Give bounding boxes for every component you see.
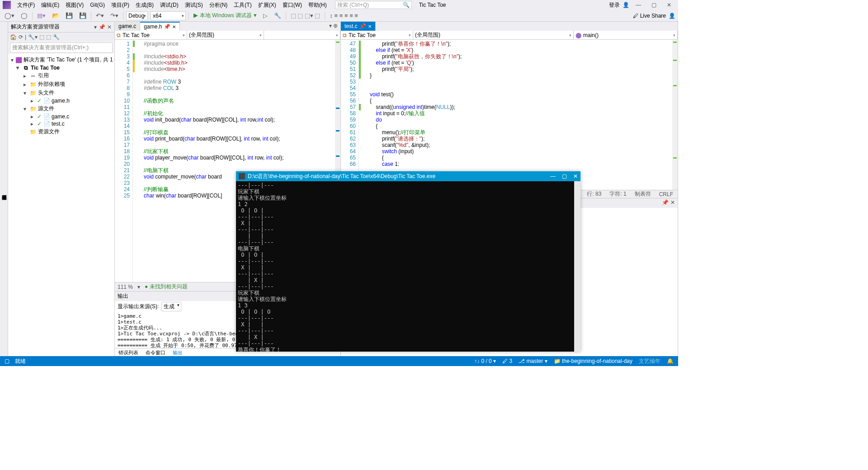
menu-git[interactable]: Git(G) [87, 1, 108, 9]
undo-icon[interactable]: ↶▾ [94, 12, 106, 19]
menu-debug[interactable]: 调试(D) [157, 0, 181, 10]
editor-testc[interactable]: 4748495051525354555657585960616263646566… [341, 40, 678, 190]
status-bell-icon[interactable]: 🔔 [667, 358, 674, 364]
status-output-icon[interactable]: ▢ [5, 358, 9, 364]
minimize-button[interactable]: — [632, 0, 645, 9]
nav-function-combo[interactable]: ⬤main() [574, 31, 678, 39]
nav-member-combo[interactable] [264, 31, 341, 39]
liveshare-button[interactable]: 🖊 Live Share [633, 13, 666, 19]
tabstrip-right: test.c📌✕ [341, 22, 678, 31]
file-gamec[interactable]: ▸✓📄game.c [9, 113, 113, 120]
solution-toolbar: 🏠⟳ | 🔧▾⬚⬚🔧 [8, 33, 114, 42]
menu-analyze[interactable]: 分析(N) [207, 0, 231, 10]
status-repo[interactable]: 📁 the-beginning-of-national-day [554, 358, 632, 364]
tool-icon[interactable]: 🔧▾ [28, 34, 38, 40]
toolbar: ◯▾ ◯ ▤▾ 📂 💾 💾 ↶▾ ↷▾ Debug x64 ▶ 本地 Windo… [0, 10, 678, 22]
solution-tree: ▾🟪解决方案 'Tic Tac Toe' (1 个项目, 共 1 个) ▾⧉Ti… [8, 54, 114, 358]
tab-overflow-icon[interactable]: ▾ ⊕ [326, 22, 340, 31]
side-tab-server-explorer[interactable]: 服务器资源管理器 [0, 22, 8, 358]
status-pencil[interactable]: 🖊 3 [502, 358, 512, 364]
config-combo[interactable]: Debug [126, 11, 148, 20]
save-icon[interactable]: 💾 [64, 12, 75, 19]
home-icon[interactable]: 🏠 [10, 34, 17, 40]
solution-explorer: 解决方案资源管理器 ▾📌✕ 🏠⟳ | 🔧▾⬚⬚🔧 搜索解决方案资源管理器(Ctr… [8, 22, 115, 358]
search-icon: 🔍 [403, 2, 410, 8]
feedback-icon[interactable]: 👤 [669, 13, 675, 19]
console-titlebar[interactable]: D:\c语言\the-beginning-of-national-day\Tic… [236, 171, 580, 181]
minimize-button[interactable]: — [550, 173, 556, 179]
zoom-combo[interactable]: 111 % [118, 284, 133, 290]
tb-icon-group2[interactable]: ↕ ≡ ≡ ≡ ≡ ≡ [328, 12, 360, 19]
pin-icon[interactable]: 📌 [164, 24, 170, 30]
close-button[interactable]: ✕ [573, 173, 578, 179]
solution-root[interactable]: ▾🟪解决方案 'Tic Tac Toe' (1 个项目, 共 1 个) [9, 56, 113, 64]
menu-test[interactable]: 测试(S) [182, 0, 206, 10]
status-tab: 制表符 [635, 190, 651, 198]
file-testc[interactable]: ▸✓📄test.c [9, 120, 113, 127]
file-gameh[interactable]: ▸✓📄game.h [9, 97, 113, 104]
tool4-icon[interactable]: 🔧 [53, 34, 60, 40]
solution-explorer-title: 解决方案资源管理器 [11, 23, 60, 31]
maximize-button[interactable]: ▢ [562, 173, 567, 179]
signin-button[interactable]: 登录 [609, 1, 620, 9]
window-menu-icon[interactable]: ▾ [94, 24, 97, 30]
platform-combo[interactable]: x64 [151, 11, 186, 20]
menu-ext[interactable]: 扩展(X) [255, 0, 279, 10]
tb-icon-group[interactable]: ⬚ ⬚ ⬚▾ ⬚ [289, 12, 322, 19]
tab-testc[interactable]: test.c📌✕ [341, 22, 376, 31]
tool2-icon[interactable]: ⬚ [39, 34, 44, 40]
output-source-combo[interactable]: 生成 [161, 302, 181, 311]
nav-project-combo[interactable]: ⧉Tic Tac Toe [115, 31, 187, 39]
menu-view[interactable]: 视图(V) [63, 0, 86, 10]
tabstrip-left: game.c game.h📌✕ ▾ ⊕ [115, 22, 340, 31]
close-icon[interactable]: ✕ [172, 24, 176, 29]
nav-scope-combo[interactable]: (全局范围) [187, 31, 264, 39]
status-errors[interactable]: ↑↓ 0 / 0 ▾ [474, 358, 496, 364]
menu-window[interactable]: 窗口(W) [280, 0, 305, 10]
pin-icon[interactable]: 📌 [662, 199, 669, 207]
open-icon[interactable]: 📂 [50, 12, 61, 19]
menu-tools[interactable]: 工具(T) [231, 0, 254, 10]
new-item-icon[interactable]: ▤▾ [35, 12, 47, 19]
menu-edit[interactable]: 编辑(E) [38, 0, 62, 10]
issues-status[interactable]: ● 未找到相关问题 [145, 283, 188, 291]
menu-help[interactable]: 帮助(H) [306, 0, 330, 10]
close-icon[interactable]: ✕ [368, 24, 372, 29]
headers-node[interactable]: ▾📁头文件 [9, 89, 113, 97]
menu-file[interactable]: 文件(F) [14, 0, 38, 10]
nav-project-combo[interactable]: ⧉Tic Tac Toe [341, 31, 413, 39]
close-icon[interactable]: ✕ [670, 199, 675, 207]
tab-gamec[interactable]: game.c [115, 22, 140, 31]
sources-node[interactable]: ▾📁源文件 [9, 104, 113, 113]
tab-gameh[interactable]: game.h📌✕ [140, 22, 180, 31]
project-node[interactable]: ▾⧉Tic Tac Toe [9, 64, 113, 71]
status-branch[interactable]: ⎇ master ▾ [519, 358, 547, 364]
tb-misc-1[interactable]: 🔧 [272, 12, 283, 19]
status-ready: 就绪 [15, 357, 26, 365]
menu-project[interactable]: 项目(P) [108, 0, 132, 10]
external-node[interactable]: ▸📁外部依赖项 [9, 80, 113, 89]
redo-icon[interactable]: ↷▾ [108, 12, 120, 19]
maximize-button[interactable]: ▢ [647, 0, 660, 9]
nav-scope-combo[interactable]: (全局范围) [413, 31, 574, 39]
nav-back-icon[interactable]: ◯▾ [3, 12, 16, 19]
start-nodebug-button[interactable]: ▷ [261, 12, 269, 19]
status-col: 字符: 1 [609, 190, 626, 198]
resources-node[interactable]: 📁资源文件 [9, 127, 113, 136]
solution-search-input[interactable]: 搜索解决方案资源管理器(Ctrl+;) [10, 42, 113, 53]
nav-fwd-icon[interactable]: ◯ [19, 12, 29, 19]
console-body[interactable]: ---|---|--- 玩家下棋 请输入下棋位置坐标 1 2 O | O | -… [236, 181, 580, 352]
tool3-icon[interactable]: ⬚ [46, 34, 51, 40]
status-line: 行: 83 [587, 190, 601, 198]
close-button[interactable]: ✕ [663, 0, 675, 9]
sync-icon[interactable]: ⟳ [19, 34, 23, 40]
menu-build[interactable]: 生成(B) [133, 0, 156, 10]
close-icon[interactable]: ✕ [107, 24, 112, 30]
pin-icon[interactable]: 📌 [359, 23, 366, 29]
pin-icon[interactable]: 📌 [99, 24, 105, 30]
refs-node[interactable]: ▸▫▫引用 [9, 71, 113, 80]
search-input[interactable]: 搜索 (Ctrl+Q) 🔍 [335, 1, 412, 9]
start-debug-button[interactable]: ▶ 本地 Windows 调试器 ▾ [192, 12, 259, 19]
save-all-icon[interactable]: 💾 [77, 12, 88, 19]
user-icon[interactable]: 👤 [623, 2, 629, 8]
